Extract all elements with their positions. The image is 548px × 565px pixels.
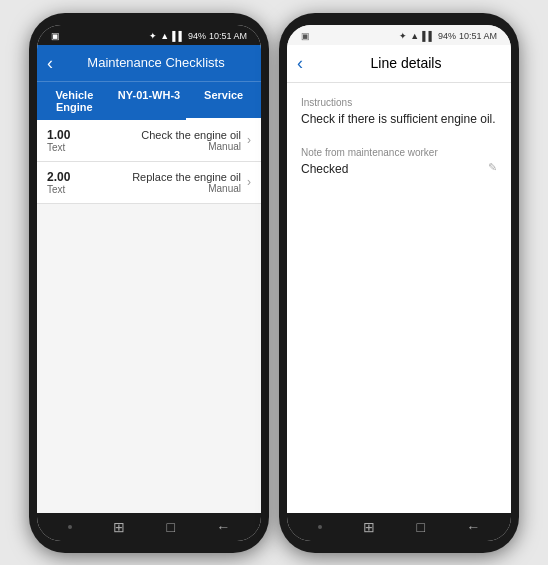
item-desc-1: Check the engine oil xyxy=(112,129,241,141)
item-source-1: Manual xyxy=(112,141,241,152)
battery-percent: 94% xyxy=(188,31,206,41)
wifi-icon: ▲ xyxy=(160,31,169,41)
tab-row: Vehicle Engine NY-01-WH-3 Service xyxy=(37,81,261,120)
phone-right-screen: ▣ ✦ ▲ ▌▌ 94% 10:51 AM ‹ Line details Ins… xyxy=(287,25,511,541)
signal-icon-right: ▌▌ xyxy=(422,31,435,41)
home-button-left[interactable]: □ xyxy=(166,519,174,535)
chevron-icon-1: › xyxy=(247,133,251,147)
bluetooth-icon-right: ✦ xyxy=(399,31,407,41)
bluetooth-icon: ✦ xyxy=(149,31,157,41)
status-bar-left: ▣ ✦ ▲ ▌▌ 94% 10:51 AM xyxy=(37,25,261,45)
checklist-item-1[interactable]: 1.00 Text Check the engine oil Manual › xyxy=(37,120,261,162)
phones-container: ▣ ✦ ▲ ▌▌ 94% 10:51 AM ‹ Maintenance Chec… xyxy=(29,13,519,553)
instructions-section: Instructions Check if there is sufficien… xyxy=(301,97,497,128)
instructions-label: Instructions xyxy=(301,97,497,108)
home-button-right[interactable]: □ xyxy=(416,519,424,535)
back-button-right[interactable]: ‹ xyxy=(297,53,303,74)
time-left: 10:51 AM xyxy=(209,31,247,41)
tab-ny01wh3[interactable]: NY-01-WH-3 xyxy=(112,82,187,120)
item-right-2: Replace the engine oil Manual xyxy=(112,171,241,194)
item-number-2: 2.00 xyxy=(47,170,112,184)
checklist-item-2[interactable]: 2.00 Text Replace the engine oil Manual … xyxy=(37,162,261,204)
bottom-nav-left: ⊞ □ ← xyxy=(37,513,261,541)
instructions-value: Check if there is sufficient engine oil. xyxy=(301,111,497,128)
tab-vehicle-engine[interactable]: Vehicle Engine xyxy=(37,82,112,120)
item-type-2: Text xyxy=(47,184,112,195)
time-right: 10:51 AM xyxy=(459,31,497,41)
signal-icon: ▌▌ xyxy=(172,31,185,41)
item-left-1: 1.00 Text xyxy=(47,128,112,153)
item-left-2: 2.00 Text xyxy=(47,170,112,195)
bottom-nav-right: ⊞ □ ← xyxy=(287,513,511,541)
recent-apps-button-left[interactable]: ⊞ xyxy=(113,519,125,535)
back-button-left[interactable]: ‹ xyxy=(47,54,53,72)
nav-bar-right: ‹ Line details xyxy=(287,45,511,83)
item-type-1: Text xyxy=(47,142,112,153)
sim-icon-right: ▣ xyxy=(301,31,310,41)
edit-icon[interactable]: ✎ xyxy=(488,161,497,174)
chevron-icon-2: › xyxy=(247,175,251,189)
sim-icon: ▣ xyxy=(51,31,60,41)
bottom-dot-left xyxy=(68,525,72,529)
status-left-icons-right: ▣ xyxy=(301,31,310,41)
phone-left-screen: ▣ ✦ ▲ ▌▌ 94% 10:51 AM ‹ Maintenance Chec… xyxy=(37,25,261,541)
status-bar-right: ▣ ✦ ▲ ▌▌ 94% 10:51 AM xyxy=(287,25,511,45)
back-nav-button-left[interactable]: ← xyxy=(216,519,230,535)
item-source-2: Manual xyxy=(112,183,241,194)
phone-left: ▣ ✦ ▲ ▌▌ 94% 10:51 AM ‹ Maintenance Chec… xyxy=(29,13,269,553)
note-value: Checked xyxy=(301,161,497,178)
bottom-dot-right xyxy=(318,525,322,529)
status-left-icons: ▣ xyxy=(51,31,60,41)
note-section: Note from maintenance worker Checked ✎ xyxy=(301,147,497,178)
item-desc-2: Replace the engine oil xyxy=(112,171,241,183)
detail-content: Instructions Check if there is sufficien… xyxy=(287,83,511,513)
wifi-icon-right: ▲ xyxy=(410,31,419,41)
recent-apps-button-right[interactable]: ⊞ xyxy=(363,519,375,535)
battery-percent-right: 94% xyxy=(438,31,456,41)
checklist-list: 1.00 Text Check the engine oil Manual › … xyxy=(37,120,261,513)
tab-service[interactable]: Service xyxy=(186,82,261,120)
nav-title-right: Line details xyxy=(311,55,501,71)
status-right-info-right: ✦ ▲ ▌▌ 94% 10:51 AM xyxy=(399,31,497,41)
phone-right: ▣ ✦ ▲ ▌▌ 94% 10:51 AM ‹ Line details Ins… xyxy=(279,13,519,553)
note-label: Note from maintenance worker xyxy=(301,147,497,158)
item-number-1: 1.00 xyxy=(47,128,112,142)
back-nav-button-right[interactable]: ← xyxy=(466,519,480,535)
nav-bar-left: ‹ Maintenance Checklists xyxy=(37,45,261,81)
nav-title-left: Maintenance Checklists xyxy=(61,55,251,70)
item-right-1: Check the engine oil Manual xyxy=(112,129,241,152)
status-right-info: ✦ ▲ ▌▌ 94% 10:51 AM xyxy=(149,31,247,41)
